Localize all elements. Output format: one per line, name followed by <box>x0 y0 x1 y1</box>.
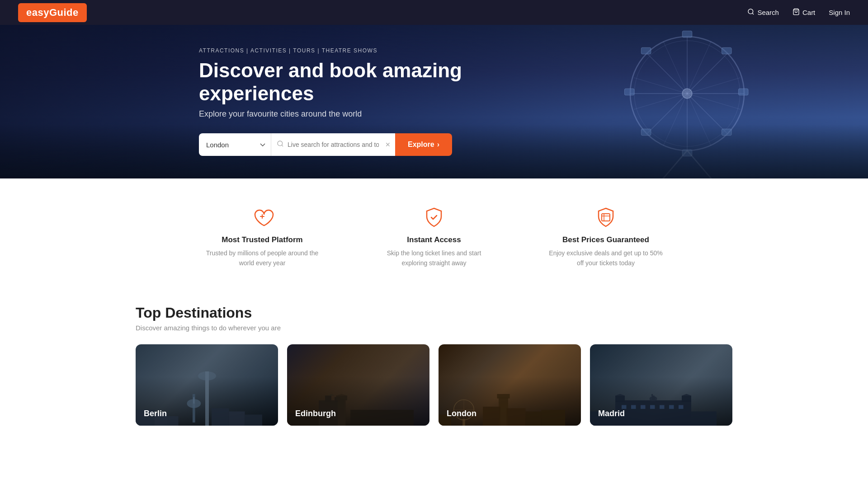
svg-rect-26 <box>602 214 610 221</box>
access-title: Instant Access <box>407 235 461 244</box>
svg-rect-74 <box>653 397 655 399</box>
search-input-icon <box>277 140 284 149</box>
explore-label: Explore <box>408 141 434 149</box>
svg-marker-62 <box>615 394 625 396</box>
svg-rect-14 <box>682 31 692 37</box>
destinations-title: Top Destinations <box>136 305 732 321</box>
svg-line-25 <box>282 145 283 146</box>
svg-rect-55 <box>462 419 465 426</box>
svg-point-24 <box>278 141 283 146</box>
svg-rect-17 <box>624 89 634 95</box>
destination-berlin[interactable]: Berlin <box>136 344 278 426</box>
cart-nav-item[interactable]: Cart <box>793 8 815 17</box>
header: easyGuide Search Cart Sign In <box>0 0 868 25</box>
svg-marker-63 <box>682 394 691 396</box>
search-nav-item[interactable]: Search <box>747 8 779 17</box>
destinations-subtitle: Discover amazing things to do wherever y… <box>136 324 732 332</box>
search-input-wrap: ✕ <box>271 133 395 156</box>
svg-rect-51 <box>507 408 526 426</box>
svg-rect-42 <box>338 399 346 426</box>
features-section: Most Trusted Platform Trusted by million… <box>0 178 868 296</box>
svg-rect-16 <box>738 89 748 95</box>
svg-marker-44 <box>336 394 348 396</box>
search-nav-icon <box>747 8 755 17</box>
hero-section: ATTRACTIONS | ACTIVITIES | TOURS | THEAT… <box>0 25 868 178</box>
edinburgh-label: Edinburgh <box>295 409 336 418</box>
svg-rect-73 <box>651 394 653 396</box>
svg-rect-69 <box>669 405 674 408</box>
hero-title: Discover and book amazing experiences <box>199 59 515 105</box>
prices-title: Best Prices Guaranteed <box>562 235 649 244</box>
cart-icon <box>793 8 800 17</box>
prices-desc: Enjoy exclusive deals and get up to 50% … <box>547 248 665 268</box>
madrid-label: Madrid <box>598 409 625 418</box>
access-desc: Skip the long ticket lines and start exp… <box>375 248 493 268</box>
svg-rect-76 <box>691 411 717 426</box>
search-bar: London Paris Berlin Madrid Edinburgh Rom… <box>199 133 452 156</box>
svg-rect-48 <box>497 394 510 399</box>
destination-london[interactable]: London <box>439 344 581 426</box>
feature-trusted: Most Trusted Platform Trusted by million… <box>203 206 321 268</box>
destination-madrid[interactable]: Madrid <box>590 344 732 426</box>
feature-access: Instant Access Skip the long ticket line… <box>375 206 493 268</box>
svg-point-13 <box>682 89 692 99</box>
svg-rect-70 <box>679 405 684 408</box>
explore-arrow: › <box>437 141 439 149</box>
prices-icon <box>594 206 618 229</box>
city-select[interactable]: London Paris Berlin Madrid Edinburgh Rom… <box>199 133 271 156</box>
destinations-grid: Berlin Edinburgh <box>136 344 732 426</box>
search-nav-label: Search <box>757 9 779 16</box>
header-nav: Search Cart Sign In <box>747 8 850 17</box>
logo[interactable]: easyGuide <box>18 3 87 22</box>
hero-subtitle: Explore your favourite cities around the… <box>199 109 515 119</box>
hero-content: ATTRACTIONS | ACTIVITIES | TOURS | THEAT… <box>0 25 515 178</box>
destination-edinburgh[interactable]: Edinburgh <box>287 344 429 426</box>
svg-rect-65 <box>631 405 636 408</box>
search-input[interactable] <box>271 133 395 156</box>
svg-rect-61 <box>682 395 691 402</box>
trusted-desc: Trusted by millions of people around the… <box>203 248 321 268</box>
svg-rect-57 <box>526 411 542 426</box>
svg-rect-68 <box>660 405 665 408</box>
svg-rect-31 <box>193 397 194 404</box>
feature-prices: Best Prices Guaranteed Enjoy exclusive d… <box>547 206 665 268</box>
svg-rect-59 <box>615 400 691 426</box>
signin-nav-label: Sign In <box>829 9 850 16</box>
svg-rect-60 <box>615 395 625 402</box>
berlin-label: Berlin <box>144 409 167 418</box>
svg-rect-66 <box>641 405 646 408</box>
cart-nav-label: Cart <box>802 9 815 16</box>
svg-rect-64 <box>622 405 627 408</box>
signin-nav-item[interactable]: Sign In <box>829 9 850 16</box>
trusted-title: Most Trusted Platform <box>222 235 302 244</box>
access-icon <box>422 206 446 229</box>
svg-rect-36 <box>245 414 263 426</box>
svg-line-1 <box>753 13 754 14</box>
destinations-section: Top Destinations Discover amazing things… <box>0 296 868 444</box>
svg-rect-19 <box>641 47 651 54</box>
svg-rect-46 <box>350 410 414 426</box>
search-clear-button[interactable]: ✕ <box>385 141 391 148</box>
svg-point-0 <box>748 9 753 14</box>
svg-marker-41 <box>328 394 335 396</box>
svg-rect-34 <box>212 408 229 426</box>
svg-rect-39 <box>325 395 331 402</box>
svg-rect-37 <box>167 416 179 426</box>
hero-eyebrow: ATTRACTIONS | ACTIVITIES | TOURS | THEAT… <box>199 47 515 54</box>
svg-rect-50 <box>483 407 500 426</box>
explore-button[interactable]: Explore › <box>395 133 452 156</box>
london-label: London <box>447 409 476 418</box>
svg-rect-43 <box>336 395 348 400</box>
svg-rect-18 <box>722 47 732 54</box>
svg-rect-58 <box>542 410 566 426</box>
trusted-icon <box>250 206 274 229</box>
svg-rect-35 <box>229 411 245 426</box>
svg-rect-67 <box>650 405 655 408</box>
